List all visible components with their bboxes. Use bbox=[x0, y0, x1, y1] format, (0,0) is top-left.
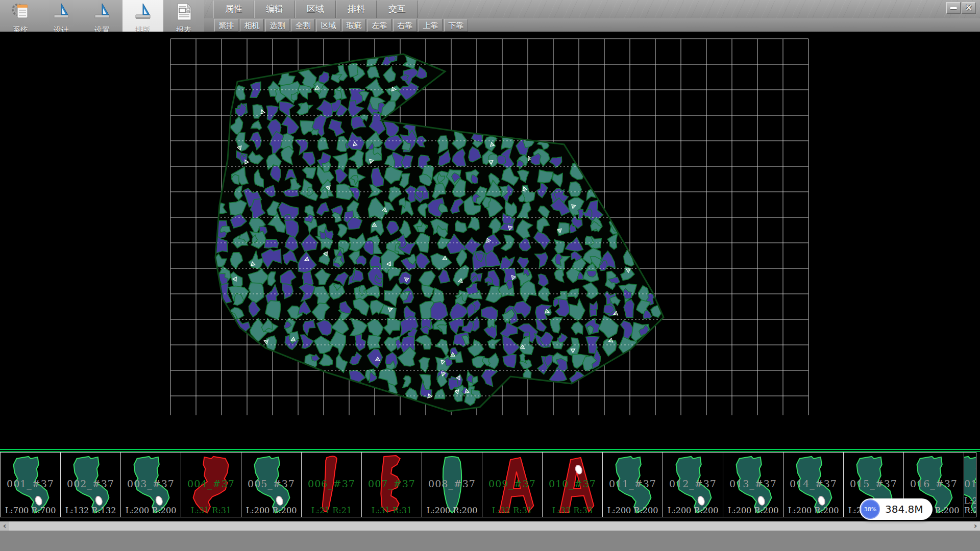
piece-thumbnail-9[interactable]: 009_#37L:32 R:31 bbox=[482, 452, 543, 517]
nav-item-1[interactable]: 系统 bbox=[0, 0, 41, 36]
progress-size: 384.8M bbox=[885, 503, 923, 515]
thumbnail-gap bbox=[0, 517, 980, 521]
piece-thumbnail-8[interactable]: 008_#37L:200 R:200 bbox=[422, 452, 482, 517]
piece-name: 013_#37 bbox=[723, 478, 783, 489]
piece-thumbnail-6[interactable]: 006_#37L:21 R:21 bbox=[302, 452, 362, 517]
nav-item-5[interactable]: 报表 bbox=[163, 0, 204, 36]
piece-thumbnail-1[interactable]: 001_#37L:700 R:700 bbox=[0, 452, 61, 517]
piece-thumbnail-4[interactable]: 004_#37L:31 R:31 bbox=[181, 452, 241, 517]
piece-lr-count: L:21 R:21 bbox=[302, 506, 361, 515]
piece-thumbnail-7[interactable]: 007_#37L:31 R:31 bbox=[362, 452, 422, 517]
piece-name: 014_#37 bbox=[783, 478, 843, 489]
minimize-button[interactable] bbox=[946, 2, 961, 14]
nesting-canvas[interactable] bbox=[0, 32, 980, 449]
piece-name: 015_#37 bbox=[844, 478, 903, 489]
piece-name: 005_#37 bbox=[241, 478, 301, 489]
piece-lr-count: L:200 R:200 bbox=[241, 506, 301, 515]
piece-lr-count: L:200 R:200 bbox=[603, 506, 663, 515]
menu-row: 属性编辑区域排料交互 bbox=[213, 0, 418, 18]
tool-button-1[interactable]: 聚排 bbox=[214, 19, 238, 32]
piece-thumbnail-14[interactable]: 014_#37L:200 R:200 bbox=[783, 452, 844, 517]
piece-name: 003_#37 bbox=[121, 478, 181, 489]
piece-lr-count: L:200 R:200 bbox=[783, 506, 843, 515]
piece-lr-count: L:33 R:33 bbox=[543, 506, 602, 515]
thumbnail-strip: 001_#37L:700 R:700002_#37L:132 R:132003_… bbox=[0, 452, 980, 517]
piece-thumbnail-13[interactable]: 013_#37L:200 R:200 bbox=[723, 452, 783, 517]
minimize-icon bbox=[950, 7, 957, 9]
left-nav: 系统设计设置排版报表 bbox=[0, 0, 204, 36]
piece-thumbnail-2[interactable]: 002_#37L:132 R:132 bbox=[61, 452, 121, 517]
tool-button-5[interactable]: 区域 bbox=[316, 19, 340, 32]
tool-button-4[interactable]: 全割 bbox=[291, 19, 315, 32]
tool-button-9[interactable]: 上靠 bbox=[419, 19, 443, 32]
piece-name: 001_#37 bbox=[1, 478, 60, 489]
piece-name: 011_#37 bbox=[603, 478, 663, 489]
scroll-left-arrow[interactable]: ‹ bbox=[0, 521, 9, 531]
piece-lr-count: L:200 R:200 bbox=[663, 506, 723, 515]
nav-item-4[interactable]: 排版 bbox=[122, 0, 163, 36]
menu-button-4[interactable]: 排料 bbox=[336, 1, 377, 18]
progress-badge[interactable]: 38% 384.8M bbox=[860, 498, 933, 520]
piece-name: 016_#37 bbox=[904, 478, 964, 489]
piece-lr-count: L:200 R:200 bbox=[121, 506, 181, 515]
piece-lr-count: L:200 R:200 bbox=[422, 506, 482, 515]
nav-item-2[interactable]: 设计 bbox=[41, 0, 82, 36]
tool-button-6[interactable]: 瑕疵 bbox=[342, 19, 366, 32]
tool-row: 聚排相机选割全割区域瑕疵左靠右靠上靠下靠 bbox=[214, 19, 468, 32]
close-icon: ✕ bbox=[965, 4, 972, 12]
piece-name: 008_#37 bbox=[422, 478, 482, 489]
piece-name: 002_#37 bbox=[61, 478, 120, 489]
menu-button-5[interactable]: 交互 bbox=[377, 1, 418, 18]
tool-button-8[interactable]: 右靠 bbox=[393, 19, 417, 32]
tool-button-2[interactable]: 相机 bbox=[240, 19, 264, 32]
piece-thumbnail-17[interactable]: 017_#37L:200 R:200 bbox=[964, 452, 976, 517]
close-button[interactable]: ✕ bbox=[962, 2, 976, 14]
piece-thumbnail-5[interactable]: 005_#37L:200 R:200 bbox=[241, 452, 302, 517]
menu-button-1[interactable]: 属性 bbox=[213, 1, 254, 18]
piece-thumbnail-3[interactable]: 003_#37L:200 R:200 bbox=[121, 452, 181, 517]
piece-name: 012_#37 bbox=[663, 478, 723, 489]
menu-button-3[interactable]: 区域 bbox=[295, 1, 336, 18]
nesting-canvas-svg[interactable] bbox=[0, 32, 980, 449]
status-bar bbox=[0, 531, 980, 551]
scroll-right-arrow[interactable]: › bbox=[971, 521, 980, 531]
tool-button-7[interactable]: 左靠 bbox=[368, 19, 391, 32]
progress-percent: 38% bbox=[864, 506, 876, 513]
app-window: 属性编辑区域排料交互 聚排相机选割全割区域瑕疵左靠右靠上靠下靠 ✕ 系统设计设置… bbox=[0, 0, 980, 551]
tool-button-3[interactable]: 选割 bbox=[265, 19, 289, 32]
piece-lr-count: L:200 R:200 bbox=[723, 506, 783, 515]
piece-lr-count: L:132 R:132 bbox=[61, 506, 120, 515]
piece-thumbnail-11[interactable]: 011_#37L:200 R:200 bbox=[603, 452, 663, 517]
piece-name: 006_#37 bbox=[302, 478, 361, 489]
piece-name: 004_#37 bbox=[181, 478, 241, 489]
tool-button-10[interactable]: 下靠 bbox=[444, 19, 468, 32]
menu-button-2[interactable]: 编辑 bbox=[254, 1, 295, 18]
piece-name: 010_#37 bbox=[543, 478, 602, 489]
piece-name: 007_#37 bbox=[362, 478, 422, 489]
piece-lr-count: L:200 R:200 bbox=[964, 496, 976, 515]
piece-lr-count: L:700 R:700 bbox=[1, 506, 60, 515]
horizontal-scrollbar[interactable]: ‹ › bbox=[0, 521, 980, 531]
piece-name: 017_#37 bbox=[964, 478, 976, 489]
nav-item-3[interactable]: 设置 bbox=[82, 0, 122, 36]
piece-lr-count: L:31 R:31 bbox=[362, 506, 422, 515]
piece-lr-count: L:32 R:31 bbox=[482, 506, 542, 515]
piece-thumbnail-12[interactable]: 012_#37L:200 R:200 bbox=[663, 452, 723, 517]
piece-thumbnail-10[interactable]: 010_#37L:33 R:33 bbox=[543, 452, 603, 517]
piece-name: 009_#37 bbox=[482, 478, 542, 489]
piece-lr-count: L:31 R:31 bbox=[181, 506, 241, 515]
progress-circle-icon: 38% bbox=[861, 499, 880, 519]
